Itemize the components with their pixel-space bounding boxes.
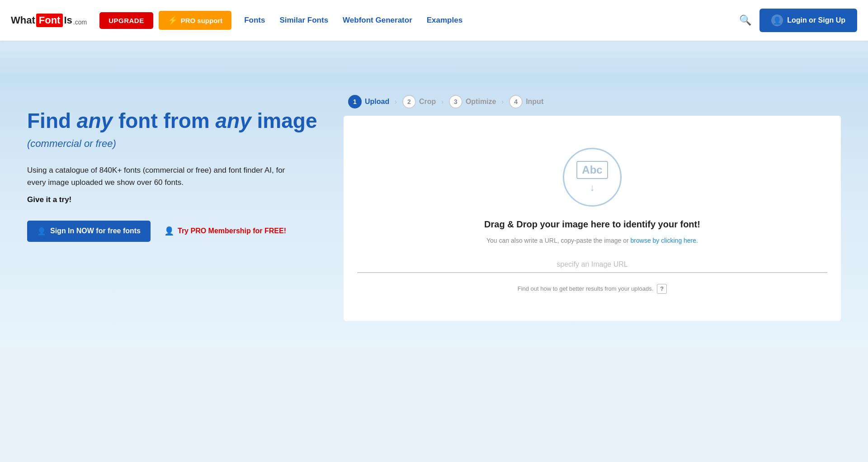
nav-item-similar-fonts[interactable]: Similar Fonts	[279, 16, 328, 25]
main-content: Find any font from any image (commercial…	[0, 77, 868, 348]
browse-link[interactable]: browse by clicking here.	[631, 237, 698, 244]
headline-part1: Find	[27, 109, 77, 132]
signin-icon: 👤	[37, 227, 46, 236]
header: What Font Is .com UPGRADE ⚡ PRO support …	[0, 0, 868, 41]
right-column: 1 Upload › 2 Crop › 3 Optimize › 4 Input	[344, 95, 841, 321]
logo-what: What	[11, 15, 35, 26]
url-input-wrap	[357, 257, 827, 273]
step-sep-1: ›	[395, 98, 397, 105]
pro-support-button[interactable]: ⚡ PRO support	[159, 11, 232, 30]
main-headline: Find any font from any image	[27, 108, 326, 133]
headline-italic2: any	[216, 109, 251, 132]
subheadline: (commercial or free)	[27, 138, 326, 150]
arrow-down-icon: ↓	[590, 182, 595, 193]
nav-item-fonts[interactable]: Fonts	[244, 16, 265, 25]
help-text: Find out how to get better results from …	[518, 285, 654, 292]
step-sep-3: ›	[501, 98, 504, 105]
nav-item-examples[interactable]: Examples	[427, 16, 462, 25]
search-icon: 🔍	[739, 14, 751, 26]
left-column: Find any font from any image (commercial…	[27, 95, 344, 321]
logo-is: Is	[64, 14, 72, 26]
logo-com: .com	[73, 19, 87, 27]
upload-sub-before: You can also write a URL, copy-paste the…	[486, 237, 631, 244]
pro-person-icon: 👤	[164, 226, 174, 236]
step-3-label: Optimize	[466, 98, 496, 106]
logo[interactable]: What Font Is .com	[11, 14, 87, 27]
cta-buttons: 👤 Sign In NOW for free fonts 👤 Try PRO M…	[27, 221, 326, 242]
upgrade-button[interactable]: UPGRADE	[99, 12, 153, 29]
main-nav: Fonts Similar Fonts Webfont Generator Ex…	[244, 16, 739, 25]
help-button[interactable]: ?	[657, 284, 667, 294]
logo-font: Font	[36, 14, 63, 27]
step-2-num: 2	[402, 95, 416, 108]
step-4[interactable]: 4 Input	[509, 95, 543, 108]
drag-drop-text: Drag & Drop your image here to identify …	[484, 219, 700, 230]
step-2[interactable]: 2 Crop	[402, 95, 436, 108]
upload-subtitle: You can also write a URL, copy-paste the…	[486, 237, 698, 244]
upload-icon-area: Abc ↓	[563, 148, 622, 207]
step-4-num: 4	[509, 95, 523, 108]
pro-membership-link[interactable]: 👤 Try PRO Membership for FREE!	[164, 226, 286, 236]
step-sep-2: ›	[441, 98, 443, 105]
step-3-num: 3	[449, 95, 462, 108]
step-2-label: Crop	[419, 98, 436, 106]
headline-part2: font from	[113, 109, 215, 132]
step-4-label: Input	[526, 98, 543, 106]
signin-label: Sign In NOW for free fonts	[50, 227, 141, 235]
step-1-label: Upload	[365, 98, 389, 106]
signin-button[interactable]: 👤 Sign In NOW for free fonts	[27, 221, 151, 242]
hero-banner	[0, 41, 868, 77]
pro-support-label: PRO support	[181, 17, 223, 24]
login-button[interactable]: 👤 Login or Sign Up	[760, 9, 857, 32]
user-icon: 👤	[771, 14, 783, 26]
url-input[interactable]	[357, 257, 827, 272]
help-row: Find out how to get better results from …	[518, 284, 667, 294]
login-label: Login or Sign Up	[787, 16, 845, 24]
step-3[interactable]: 3 Optimize	[449, 95, 496, 108]
description-text: Using a catalogue of 840K+ fonts (commer…	[27, 164, 298, 189]
steps-bar: 1 Upload › 2 Crop › 3 Optimize › 4 Input	[344, 95, 841, 108]
pro-support-icon: ⚡	[168, 15, 178, 25]
abc-label: Abc	[576, 161, 608, 179]
pro-membership-label: Try PRO Membership for FREE!	[178, 227, 286, 235]
step-1[interactable]: 1 Upload	[348, 95, 389, 108]
headline-italic1: any	[77, 109, 113, 132]
give-try-text: Give it a try!	[27, 195, 326, 204]
search-button[interactable]: 🔍	[739, 14, 751, 26]
nav-item-webfont-generator[interactable]: Webfont Generator	[343, 16, 412, 25]
headline-part3: image	[251, 109, 317, 132]
upload-box[interactable]: Abc ↓ Drag & Drop your image here to ide…	[344, 116, 841, 321]
step-1-num: 1	[348, 95, 362, 108]
upload-circle: Abc ↓	[563, 148, 622, 207]
